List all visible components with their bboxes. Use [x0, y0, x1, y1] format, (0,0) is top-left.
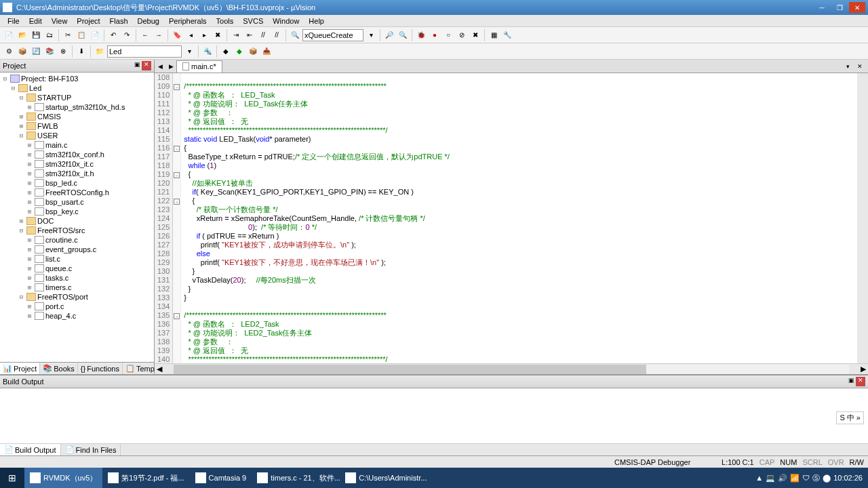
undo-button[interactable]: ↶ [107, 29, 119, 41]
editor-tab-next-button[interactable]: ▶ [165, 61, 176, 72]
nav-back-button[interactable]: ← [139, 29, 151, 41]
tree-node-label[interactable]: FreeRTOS/port [37, 293, 88, 301]
editor-tab-prev-button[interactable]: ◀ [155, 61, 165, 72]
tray-icon[interactable]: ▲ [755, 474, 763, 482]
file-port-c[interactable]: ⊞port.c [1, 302, 153, 311]
tree-expand-icon[interactable]: ⊞ [26, 199, 33, 205]
editor-horizontal-scrollbar[interactable]: ◀ ▶ [155, 363, 868, 374]
project-tab-project[interactable]: 📊Project [0, 363, 40, 374]
project-pane-pin-button[interactable]: ▣ [132, 61, 142, 70]
cut-button[interactable]: ✂ [62, 29, 74, 41]
editor-tab-main-c[interactable]: main.c* [176, 60, 222, 73]
taskbar-clock[interactable]: 10:02:26 [833, 474, 863, 482]
tree-node-label[interactable]: DOC [37, 217, 54, 225]
menu-svcs[interactable]: SVCS [238, 17, 268, 25]
maximize-button[interactable]: ❐ [831, 2, 848, 13]
new-file-button[interactable]: 📄 [3, 29, 15, 41]
pack-installer-button[interactable]: 📥 [260, 45, 273, 58]
group-freertos-port[interactable]: ⊟FreeRTOS/port [1, 292, 153, 302]
tree-node-label[interactable]: Project: BH-F103 [21, 75, 78, 83]
file-stm32f10x-it-h[interactable]: ⊞stm32f10x_it.h [1, 169, 153, 178]
tree-expand-icon[interactable]: ⊟ [9, 85, 17, 92]
tree-expand-icon[interactable]: ⊟ [18, 227, 25, 234]
target-options-button[interactable]: 📁 [94, 45, 106, 58]
tray-icon[interactable]: 🔊 [778, 474, 787, 483]
group-user[interactable]: ⊟USER [1, 131, 153, 140]
tree-node-label[interactable]: stm32f10x_conf.h [45, 150, 104, 159]
project-root[interactable]: ⊟Project: BH-F103 [1, 74, 153, 83]
debug-button[interactable]: 🐞 [415, 29, 427, 41]
close-button[interactable]: ✕ [849, 2, 865, 13]
find-dropdown-button[interactable]: ▾ [365, 29, 377, 41]
bookmark-clear-button[interactable]: ✖ [212, 29, 224, 41]
file-bsp-usart-c[interactable]: ⊞bsp_usart.c [1, 197, 153, 207]
file-tasks-c[interactable]: ⊞tasks.c [1, 273, 153, 283]
tree-expand-icon[interactable]: ⊞ [26, 189, 33, 196]
menu-flash[interactable]: Flash [105, 17, 133, 25]
output-tab-build-output[interactable]: 📄Build Output [0, 444, 61, 455]
group-freertos-src[interactable]: ⊟FreeRTOS/src [1, 226, 153, 235]
target-combo[interactable] [107, 45, 182, 58]
taskbar-item[interactable]: RVMDK（uv5） [24, 468, 102, 488]
tree-node-label[interactable]: USER [37, 131, 58, 140]
tray-icon[interactable]: Ⓢ [812, 473, 820, 483]
tree-node-label[interactable]: heap_4.c [45, 312, 76, 320]
taskbar-item[interactable]: timers.c - 21、软件... [252, 468, 340, 488]
tree-expand-icon[interactable]: ⊞ [26, 303, 33, 310]
tree-expand-icon[interactable]: ⊞ [26, 312, 33, 319]
minimize-button[interactable]: ─ [814, 2, 830, 13]
breakpoint-insert-button[interactable]: ● [429, 29, 441, 41]
tree-expand-icon[interactable]: ⊞ [26, 274, 33, 281]
tree-expand-icon[interactable]: ⊞ [26, 208, 33, 215]
tree-expand-icon[interactable]: ⊞ [18, 123, 25, 129]
stop-build-button[interactable]: ⊗ [57, 45, 69, 58]
tray-icon[interactable]: 📶 [790, 474, 800, 483]
tree-node-label[interactable]: FWLB [37, 122, 58, 130]
paste-button[interactable]: 📄 [89, 29, 101, 41]
file-croutine-c[interactable]: ⊞croutine.c [1, 235, 153, 245]
tree-node-label[interactable]: main.c [45, 141, 67, 149]
tree-node-label[interactable]: croutine.c [45, 236, 78, 244]
group-cmsis[interactable]: ⊞CMSIS [1, 112, 153, 121]
tree-node-label[interactable]: queue.c [45, 264, 72, 272]
incremental-find-button[interactable]: 🔍 [397, 29, 409, 41]
start-button[interactable]: ⊞ [0, 468, 24, 488]
tree-expand-icon[interactable]: ⊞ [26, 104, 33, 110]
configure-button[interactable]: 🔧 [501, 29, 513, 41]
tree-expand-icon[interactable]: ⊞ [18, 218, 25, 224]
tree-node-label[interactable]: startup_stm32f10x_hd.s [45, 103, 125, 111]
group-doc[interactable]: ⊞DOC [1, 216, 153, 226]
file-list-c[interactable]: ⊞list.c [1, 254, 153, 264]
menu-file[interactable]: File [3, 17, 24, 25]
tree-node-label[interactable]: timers.c [45, 283, 72, 291]
translate-button[interactable]: ⚙ [3, 45, 15, 58]
menu-window[interactable]: Window [268, 17, 304, 25]
file-event-groups-c[interactable]: ⊞event_groups.c [1, 245, 153, 254]
menu-debug[interactable]: Debug [133, 17, 164, 25]
file-bsp-led-c[interactable]: ⊞bsp_led.c [1, 178, 153, 188]
outdent-button[interactable]: ⇤ [243, 29, 256, 41]
save-all-button[interactable]: 🗂 [43, 29, 56, 41]
tree-expand-icon[interactable]: ⊞ [18, 113, 25, 120]
project-tab-functions[interactable]: {}Functions [78, 363, 123, 374]
code-editor[interactable]: 1081091101111121131141151161171181191201… [155, 73, 868, 363]
rebuild-button[interactable]: 🔄 [30, 45, 42, 58]
tree-node-label[interactable]: port.c [45, 302, 64, 310]
file-bsp-key-c[interactable]: ⊞bsp_key.c [1, 207, 153, 216]
tree-expand-icon[interactable]: ⊞ [26, 246, 33, 253]
target-node[interactable]: ⊟Led [1, 83, 153, 93]
taskbar-item[interactable]: Camtasia 9 [190, 468, 252, 488]
menu-project[interactable]: Project [72, 17, 104, 25]
tree-expand-icon[interactable]: ⊞ [26, 142, 33, 148]
tree-node-label[interactable]: stm32f10x_it.c [45, 160, 94, 168]
tree-node-label[interactable]: STARTUP [37, 94, 71, 102]
tree-node-label[interactable]: list.c [45, 255, 60, 263]
tree-expand-icon[interactable]: ⊟ [18, 94, 25, 101]
tree-expand-icon[interactable]: ⊞ [26, 170, 33, 177]
menu-help[interactable]: Help [304, 17, 329, 25]
taskbar-item[interactable]: 第19节-2.pdf - 福... [102, 468, 189, 488]
window-layout-button[interactable]: ▦ [488, 29, 500, 41]
editor-vertical-scrollbar[interactable] [857, 73, 868, 363]
tree-expand-icon[interactable]: ⊞ [26, 161, 33, 167]
tree-node-label[interactable]: bsp_usart.c [45, 198, 84, 206]
